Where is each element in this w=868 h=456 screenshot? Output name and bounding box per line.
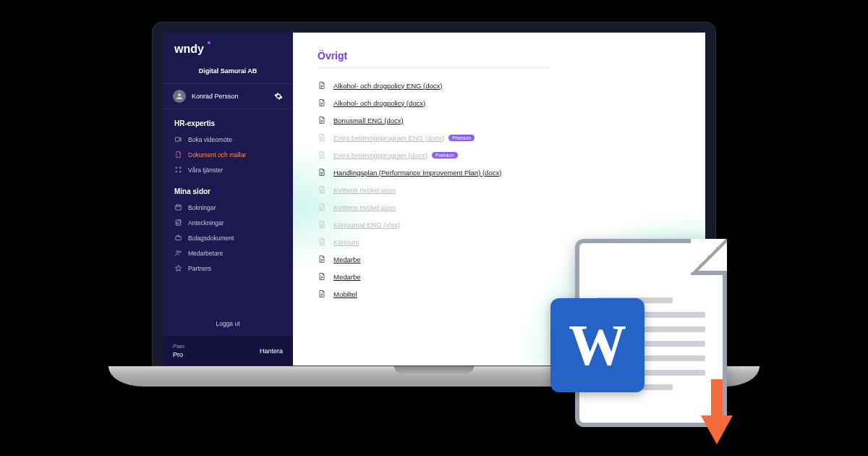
document-item[interactable]: Extra belöningsprogram (docx)Premium	[318, 146, 705, 164]
document-label: Handlingsplan (Performance Improvement P…	[333, 169, 501, 177]
gear-icon[interactable]	[274, 92, 283, 101]
file-icon	[318, 219, 326, 229]
document-file-icon: W	[575, 239, 727, 427]
file-icon	[318, 98, 326, 108]
file-icon	[318, 167, 326, 177]
page-title: Övrigt	[318, 50, 705, 62]
user-row[interactable]: Konrad Persson	[163, 83, 293, 109]
document-item[interactable]: Körjournal ENG (xlsx)	[318, 216, 705, 233]
sidebar-item-boka[interactable]: Boka videomöte	[163, 132, 293, 147]
plan-row: Plan Pro Hantera	[163, 336, 293, 366]
download-arrow-icon	[697, 379, 737, 444]
section-title-mina: Mina sidor	[163, 177, 293, 200]
file-icon	[318, 80, 326, 90]
word-app-icon: W	[550, 298, 644, 392]
svg-point-0	[178, 93, 181, 96]
plan-label: Plan	[173, 343, 184, 350]
premium-badge: Premium	[432, 152, 458, 159]
document-item[interactable]: Alkohol- och drogpolicy ENG (docx)	[318, 77, 705, 94]
sidebar-item-dokument[interactable]: Dokument och mallar	[163, 147, 293, 162]
logout-link[interactable]: Logga ut	[163, 311, 293, 336]
video-icon	[174, 135, 182, 143]
section-title-hr: HR-expertis	[163, 109, 293, 132]
svg-rect-1	[175, 138, 179, 142]
file-icon	[318, 132, 326, 143]
document-label: Körjournal ENG (xlsx)	[333, 221, 400, 229]
svg-point-5	[179, 171, 181, 172]
document-label: Körjourn	[333, 238, 359, 246]
star-icon	[174, 264, 182, 272]
brand-logo[interactable]: wndy	[163, 33, 293, 63]
sidebar-item-partners[interactable]: Partners	[163, 261, 293, 276]
document-label: Alkohol- och drogpolicy ENG (docx)	[333, 82, 442, 90]
svg-point-2	[176, 167, 177, 169]
briefcase-icon	[174, 234, 182, 242]
logo-dot-icon	[208, 41, 210, 44]
file-icon	[318, 150, 326, 160]
file-icon	[318, 254, 326, 264]
svg-rect-8	[176, 237, 181, 240]
file-icon	[318, 202, 326, 212]
document-item[interactable]: Extra belöningsprogram ENG (docx)Premium	[318, 129, 705, 146]
title-underline	[318, 67, 549, 68]
sidebar-item-bokningar[interactable]: Bokningar	[163, 200, 293, 215]
plan-value: Pro	[173, 351, 184, 358]
document-item[interactable]: Alkohol- och drogpolicy (docx)	[318, 94, 705, 111]
sidebar-item-anteckningar[interactable]: Anteckningar	[163, 215, 293, 230]
file-icon	[318, 115, 326, 125]
manage-link[interactable]: Hantera	[260, 347, 283, 355]
svg-point-4	[176, 171, 177, 172]
document-label: Extra belöningsprogram ENG (docx)	[333, 134, 444, 142]
document-label: Alkohol- och drogpolicy (docx)	[333, 99, 425, 107]
document-label: Bonusmall ENG (docx)	[333, 117, 404, 124]
document-label: Extra belöningsprogram (docx)	[333, 151, 427, 159]
svg-rect-6	[176, 205, 181, 210]
document-label: Mobiltel	[333, 290, 357, 298]
svg-point-10	[179, 251, 181, 253]
file-icon	[318, 185, 326, 195]
file-corner-icon	[691, 239, 727, 275]
sidebar: wndy Digital Samurai AB Konrad Persson H…	[163, 33, 293, 366]
services-icon	[174, 166, 182, 174]
svg-point-9	[176, 250, 179, 253]
avatar	[173, 90, 186, 103]
svg-point-3	[179, 167, 181, 169]
document-label: Medarbe	[333, 273, 361, 281]
sidebar-item-medarbetare[interactable]: Medarbetare	[163, 245, 293, 261]
calendar-icon	[174, 203, 182, 211]
document-label: Kvittens nyckel pass	[333, 186, 396, 194]
file-icon	[318, 271, 326, 282]
word-download-overlay: W	[575, 239, 727, 427]
document-item[interactable]: Bonusmall ENG (docx)	[318, 111, 705, 129]
document-item[interactable]: Handlingsplan (Performance Improvement P…	[318, 164, 705, 181]
file-icon	[318, 237, 326, 247]
premium-badge: Premium	[448, 135, 475, 141]
document-item[interactable]: Kvittens nyckel pass	[318, 198, 705, 216]
document-label: Medarbe	[333, 256, 361, 263]
note-icon	[174, 219, 182, 227]
sidebar-item-tjanster[interactable]: Våra tjänster	[163, 162, 293, 177]
document-item[interactable]: Kvittens nyckel pass	[318, 181, 705, 198]
people-icon	[174, 249, 182, 257]
company-name: Digital Samurai AB	[163, 63, 293, 83]
sidebar-item-bolagsdokument[interactable]: Bolagsdokument	[163, 230, 293, 245]
file-icon	[318, 289, 326, 299]
document-icon	[174, 151, 182, 159]
document-label: Kvittens nyckel pass	[333, 203, 396, 211]
user-name: Konrad Persson	[192, 93, 274, 100]
